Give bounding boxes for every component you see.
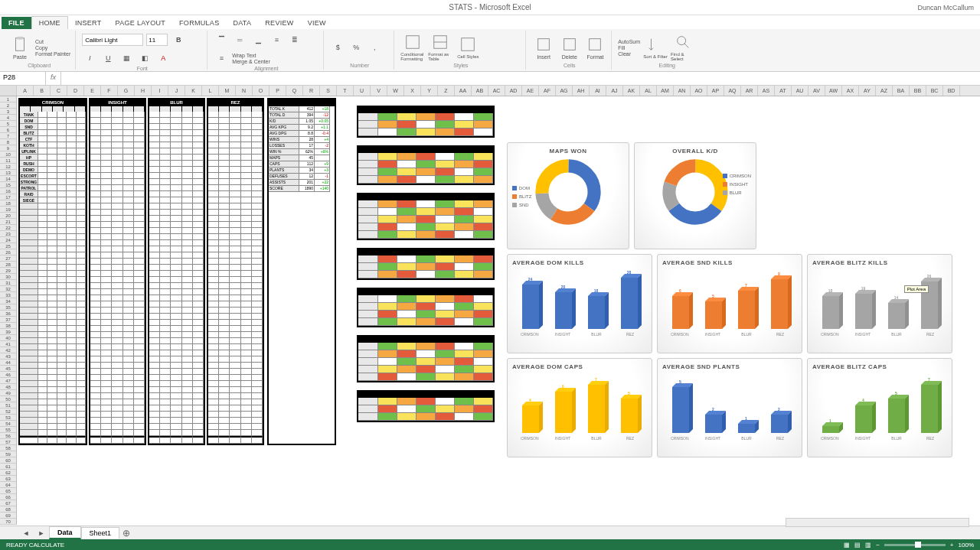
row-header[interactable]: 65 [0, 488, 17, 494]
row-header[interactable]: 63 [0, 476, 17, 482]
row-header[interactable]: 22 [0, 225, 17, 231]
mini-table[interactable] [357, 248, 495, 280]
tab-insert[interactable]: INSERT [68, 17, 109, 29]
autosum-button[interactable]: AutoSum [618, 39, 640, 44]
add-sheet-button[interactable]: ⊕ [119, 528, 133, 539]
col-header[interactable]: X [404, 86, 421, 96]
row-header[interactable]: 17 [0, 194, 17, 200]
row-header[interactable]: 62 [0, 470, 17, 476]
row-header[interactable]: 60 [0, 457, 17, 464]
col-header[interactable]: L [202, 86, 219, 96]
col-header[interactable]: K [185, 86, 202, 96]
col-header[interactable]: AJ [606, 86, 623, 96]
row-header[interactable]: 20 [0, 213, 17, 219]
paste-button[interactable]: Paste [8, 32, 32, 63]
file-tab[interactable]: FILE [2, 17, 31, 29]
col-header[interactable]: E [84, 86, 101, 96]
sheet-tab-sheet1[interactable]: Sheet1 [81, 527, 120, 539]
row-header[interactable]: 6 [0, 127, 17, 133]
row-header[interactable]: 12 [0, 164, 17, 170]
align-mid-button[interactable]: ═ [232, 32, 247, 47]
chart-avg_snd_plants[interactable]: AVERAGE SND PLANTS 5 2 1 2 CRIMSONINSIGH… [657, 358, 802, 457]
horizontal-scrollbar[interactable] [786, 518, 969, 527]
col-header[interactable]: A [17, 86, 34, 96]
format-cell-button[interactable]: Format [584, 32, 607, 63]
view-normal-icon[interactable]: ▦ [844, 542, 850, 548]
row-header[interactable]: 68 [0, 506, 17, 513]
col-header[interactable]: BD [943, 86, 960, 96]
chart-overall-kd[interactable]: OVERALL K/D CRIMSON INSIGHT BLUR [634, 142, 756, 249]
sort-button[interactable]: Sort & Filter [643, 32, 668, 63]
format-table-button[interactable]: Format as Table [428, 32, 452, 63]
align-bot-button[interactable]: ▁ [250, 32, 266, 47]
tab-pagelayout[interactable]: PAGE LAYOUT [109, 17, 172, 29]
row-header[interactable]: 5 [0, 121, 17, 127]
align-top-button[interactable]: ▔ [214, 32, 229, 47]
col-header[interactable]: AK [623, 86, 640, 96]
row-header[interactable]: 38 [0, 323, 17, 329]
row-header[interactable]: 47 [0, 378, 17, 384]
row-header[interactable]: 8 [0, 139, 17, 145]
col-header[interactable]: Y [421, 86, 438, 96]
col-header[interactable]: O [253, 86, 270, 96]
cell-styles-button[interactable]: Cell Styles [456, 32, 480, 63]
col-header[interactable]: R [303, 86, 320, 96]
col-header[interactable]: AG [556, 86, 573, 96]
row-header[interactable]: 32 [0, 286, 17, 292]
row-header[interactable]: 1 [0, 96, 17, 103]
col-header[interactable]: AX [842, 86, 859, 96]
col-header[interactable]: Q [286, 86, 303, 96]
col-header[interactable]: M [219, 86, 236, 96]
col-header[interactable]: AY [859, 86, 876, 96]
row-header[interactable]: 48 [0, 384, 17, 390]
row-header[interactable]: 52 [0, 408, 17, 415]
row-header[interactable]: 33 [0, 292, 17, 298]
border-button[interactable]: ▦ [119, 50, 134, 66]
row-header[interactable]: 44 [0, 360, 17, 366]
view-page-icon[interactable]: ▤ [854, 542, 861, 548]
row-header[interactable]: 42 [0, 347, 17, 353]
select-all-corner[interactable] [0, 86, 17, 96]
col-header[interactable]: BA [893, 86, 910, 96]
font-size-select[interactable]: 11 [146, 34, 168, 46]
table-insight[interactable]: INSIGHT [89, 98, 146, 445]
percent-button[interactable]: % [348, 40, 364, 55]
align-right-button[interactable]: ≡ [214, 50, 229, 66]
formula-input[interactable] [61, 72, 980, 85]
col-header[interactable]: H [135, 86, 152, 96]
mini-table[interactable] [357, 335, 495, 382]
row-header[interactable]: 19 [0, 207, 17, 213]
col-header[interactable]: I [152, 86, 168, 96]
row-header[interactable]: 4 [0, 115, 17, 121]
chart-avg_snd_kills[interactable]: AVERAGE SND KILLS 6 5 7 9 CRIMSONINSIGHT… [657, 254, 802, 353]
col-header[interactable]: AZ [876, 86, 893, 96]
row-header[interactable]: 14 [0, 176, 17, 182]
find-button[interactable]: Find & Select [671, 32, 695, 63]
italic-button[interactable]: I [82, 50, 97, 66]
mini-table[interactable] [357, 390, 495, 422]
row-header[interactable]: 2 [0, 103, 17, 109]
col-header[interactable]: T [337, 86, 354, 96]
row-header[interactable]: 7 [0, 133, 17, 139]
row-header[interactable]: 51 [0, 402, 17, 408]
row-header[interactable]: 41 [0, 341, 17, 347]
table-blur[interactable]: BLUR [148, 98, 205, 445]
mini-table[interactable] [357, 106, 495, 138]
row-header[interactable]: 58 [0, 445, 17, 451]
worksheet[interactable]: 1234567891011121314151617181920212223242… [0, 96, 980, 529]
col-header[interactable]: AB [472, 86, 488, 96]
col-header[interactable]: AN [674, 86, 691, 96]
col-header[interactable]: AR [741, 86, 758, 96]
row-header[interactable]: 10 [0, 151, 17, 158]
table-crimson[interactable]: CRIMSONTANKDOMSNDBLITZCTFKOTHUPLINKHPRUS… [18, 98, 87, 445]
row-header[interactable]: 29 [0, 268, 17, 274]
col-header[interactable]: BC [926, 86, 943, 96]
underline-button[interactable]: U [100, 50, 116, 66]
row-header[interactable]: 13 [0, 170, 17, 176]
tab-data[interactable]: DATA [226, 17, 258, 29]
clear-button[interactable]: Clear [618, 51, 640, 57]
row-header[interactable]: 53 [0, 415, 17, 421]
col-header[interactable]: AH [573, 86, 590, 96]
row-header[interactable]: 64 [0, 482, 17, 488]
col-header[interactable]: P [270, 86, 286, 96]
